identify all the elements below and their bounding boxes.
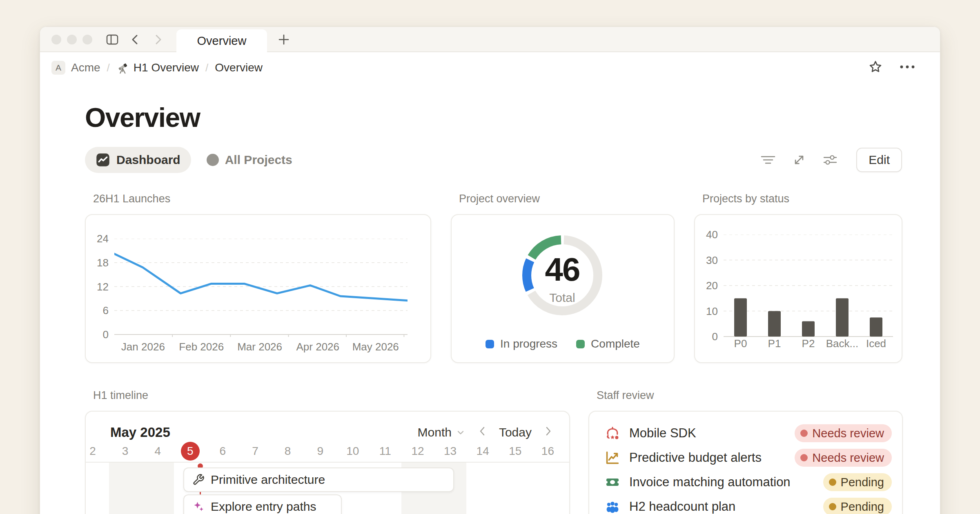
new-tab-button[interactable] <box>277 33 291 47</box>
bar-p0 <box>734 298 747 337</box>
breadcrumb-workspace[interactable]: Acme <box>71 61 100 74</box>
staff-review-row[interactable]: Predictive budget alertsNeeds review <box>605 445 892 470</box>
timeline-next-button[interactable] <box>544 425 553 440</box>
timeline-day[interactable]: 10 <box>336 445 369 458</box>
staff-review-section: Staff review Mobile SDKNeeds reviewPredi… <box>588 389 903 514</box>
launches-line-chart-card: 06121824 Jan 2026Feb 2026Mar 2026Apr 202… <box>85 214 431 363</box>
traffic-light-zoom-button[interactable] <box>82 35 92 44</box>
carousel-icon <box>605 425 620 441</box>
app-window: Overview A Acme / H1 Overview <box>40 27 940 514</box>
x-axis-tick-label: Iced <box>852 337 901 350</box>
y-axis-tick-label: 12 <box>87 281 109 293</box>
timeline-day-today[interactable]: 5 <box>174 445 207 458</box>
bar-p1 <box>768 311 781 337</box>
timeline-day[interactable]: 2 <box>85 445 109 458</box>
y-axis-tick-label: 10 <box>697 305 718 318</box>
wrench-icon <box>192 474 205 486</box>
breadcrumb-parent[interactable]: H1 Overview <box>134 61 199 74</box>
status-dot-icon <box>800 454 808 461</box>
timeline-day[interactable]: 6 <box>206 445 239 458</box>
timeline-day[interactable]: 9 <box>304 445 336 458</box>
sidebar-toggle-icon <box>105 33 119 47</box>
sliders-icon <box>822 152 838 168</box>
edit-button[interactable]: Edit <box>856 148 902 172</box>
timeline-day[interactable]: 12 <box>401 445 434 458</box>
timeline-day[interactable]: 14 <box>466 445 499 458</box>
timeline-item[interactable]: Primitive architecture <box>183 467 454 492</box>
timeline-day[interactable]: 8 <box>272 445 304 458</box>
expand-button[interactable] <box>791 152 807 168</box>
launches-section: 26H1 Launches 06121824 Jan 2026Feb 2026M… <box>85 193 431 363</box>
project-overview-card-title: Project overview <box>459 193 675 205</box>
status-badge: Needs review <box>795 449 892 467</box>
timeline-day[interactable]: 11 <box>369 445 401 458</box>
breadcrumb-separator: / <box>107 62 110 74</box>
timeline-view-select[interactable]: Month <box>418 425 466 439</box>
launches-line-chart <box>114 239 408 337</box>
chart-increase-icon <box>605 450 620 465</box>
staff-review-row[interactable]: H2 headcount planPending <box>605 494 892 514</box>
status-dot-icon <box>829 503 836 510</box>
timeline-item[interactable]: Explore entry paths <box>183 494 342 514</box>
back-button[interactable] <box>128 33 142 47</box>
status-bar-chart-card: 010203040 P0P1P2Back...Iced <box>694 214 902 363</box>
tab-all-projects[interactable]: All Projects <box>198 147 301 173</box>
timeline-day[interactable]: 16 <box>531 445 564 458</box>
workspace-avatar[interactable]: A <box>51 61 65 75</box>
timeline-day[interactable]: 3 <box>109 445 142 458</box>
y-axis-tick-label: 30 <box>697 254 718 267</box>
tab-overview[interactable]: Overview <box>176 29 267 52</box>
status-card-title: Projects by status <box>702 193 902 205</box>
timeline-day[interactable]: 7 <box>239 445 272 458</box>
status-badge-label: Needs review <box>812 427 884 440</box>
view-toolbar: Edit <box>760 148 902 172</box>
legend-label: In progress <box>500 337 557 350</box>
donut-total-label: Total <box>549 291 575 305</box>
staff-review-list: Mobile SDKNeeds reviewPredictive budget … <box>589 412 902 514</box>
project-overview-donut-card: 46 Total In progress Complete <box>451 214 675 363</box>
staff-review-row[interactable]: Invoice matching automationPending <box>605 470 892 494</box>
view-tabs-row: Dashboard All Projects <box>85 147 902 173</box>
status-badge: Pending <box>823 473 892 491</box>
staff-review-card: Mobile SDKNeeds reviewPredictive budget … <box>588 411 903 514</box>
timeline-day[interactable]: 13 <box>434 445 467 458</box>
timeline-day[interactable]: 4 <box>141 445 174 458</box>
staff-review-row[interactable]: Mobile SDKNeeds review <box>605 421 892 445</box>
y-axis-tick-label: 24 <box>87 233 109 245</box>
telescope-icon <box>116 61 129 74</box>
filter-button[interactable] <box>760 152 776 168</box>
sidebar-toggle-button[interactable] <box>105 33 119 47</box>
chevron-left-icon <box>478 425 487 437</box>
breadcrumb: A Acme / H1 Overview / Overview <box>40 52 940 83</box>
staff-item-label: Mobile SDK <box>629 426 696 441</box>
y-axis-tick-label: 6 <box>87 304 109 317</box>
breadcrumb-current[interactable]: Overview <box>215 61 263 74</box>
chevron-left-icon <box>129 33 141 46</box>
status-badge: Pending <box>823 498 892 514</box>
tab-dashboard-label: Dashboard <box>116 153 180 167</box>
plus-icon <box>278 33 290 46</box>
chevron-down-icon <box>456 428 466 437</box>
page-title: Overview <box>85 102 902 133</box>
timeline-month-label: May 2025 <box>110 425 170 440</box>
favorite-button[interactable] <box>868 60 883 76</box>
timeline-day[interactable]: 15 <box>499 445 532 458</box>
more-options-button[interactable] <box>898 60 916 76</box>
status-bar-chart <box>724 235 893 339</box>
staff-card-title: Staff review <box>597 389 903 402</box>
chevron-right-icon <box>544 425 553 437</box>
timeline-header: May 2025 Month <box>86 412 569 440</box>
settings-button[interactable] <box>822 152 838 168</box>
tab-dashboard[interactable]: Dashboard <box>85 147 191 173</box>
traffic-light-close-button[interactable] <box>51 35 61 44</box>
launches-card-title: 26H1 Launches <box>93 193 431 205</box>
staff-item-label: H2 headcount plan <box>629 499 735 514</box>
traffic-light-minimize-button[interactable] <box>67 35 77 44</box>
status-badge-label: Needs review <box>812 451 884 465</box>
forward-button[interactable] <box>151 33 165 47</box>
bar-p2 <box>802 321 815 337</box>
timeline-today-button[interactable]: Today <box>499 425 532 439</box>
status-dot-icon <box>800 430 808 437</box>
timeline-prev-button[interactable] <box>478 425 487 440</box>
donut-total-value: 46 <box>545 251 580 288</box>
